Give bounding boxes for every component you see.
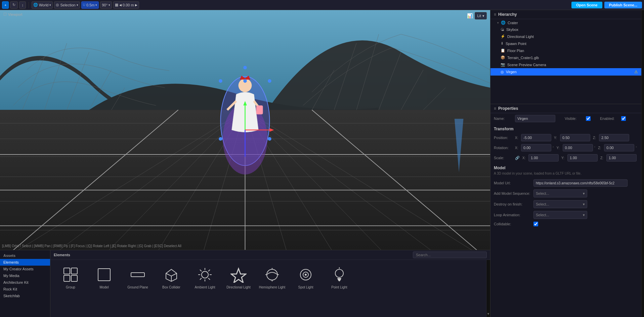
element-item-spot-light[interactable]: Spot Light — [289, 263, 323, 314]
right-scrollbar[interactable] — [641, 10, 644, 317]
scale-x-input[interactable] — [528, 154, 559, 162]
snap-select[interactable]: U 0.5m ▾ — [81, 1, 99, 9]
h-icon: 📷 — [501, 62, 505, 67]
assets-item-my-media[interactable]: My Media — [0, 272, 50, 279]
rot-y-input[interactable] — [563, 144, 593, 151]
svg-marker-69 — [231, 269, 246, 283]
svg-point-70 — [267, 269, 277, 280]
assets-item-architecture-kit[interactable]: Architecture Kit — [0, 279, 50, 286]
h-name: Skybox — [506, 28, 518, 32]
element-label: Ground Plane — [127, 285, 148, 289]
enabled-checkbox[interactable] — [621, 116, 626, 121]
hierarchy-item-virgen[interactable]: ◎Virgen⚠ — [490, 68, 641, 76]
scrollbar[interactable]: ▼ — [486, 260, 490, 317]
element-item-hemisphere-light[interactable]: Hemisphere Light — [255, 263, 289, 314]
model-sequence-row: Add Model Sequence: Select... ▾ — [494, 188, 638, 199]
snap-label: 0.5m — [86, 3, 94, 7]
scale-y-input[interactable] — [567, 154, 598, 162]
elements-top: Elements — [50, 250, 490, 260]
viewport-label: ☐ Viewport — [3, 12, 23, 16]
hierarchy-item-crater[interactable]: ▾🌐Crater — [490, 19, 641, 26]
world-select[interactable]: 🌐 World ▾ — [32, 1, 53, 9]
rot-z-input[interactable] — [604, 144, 634, 151]
element-label: Directional Light — [226, 285, 251, 289]
assets-header: Assets — [0, 252, 50, 259]
publish-scene-button[interactable]: Publish Scene... — [604, 2, 642, 8]
viewport-hints: [LMB] Orbit / Select | [MMB] Pan | [RMB]… — [2, 244, 181, 248]
h-name: Terrain_Crater1.glb — [507, 56, 539, 60]
arrow-icon: ◀ — [119, 3, 122, 7]
selection-chevron: ▾ — [77, 3, 78, 7]
element-item-model[interactable]: Model — [87, 263, 121, 314]
hierarchy-item-floor-plan[interactable]: 📋Floor Plan — [490, 47, 641, 54]
collidable-checkbox[interactable] — [533, 222, 538, 226]
element-item-group[interactable]: Group — [54, 263, 87, 314]
sort-button[interactable]: ↕ — [19, 1, 26, 9]
element-icon — [196, 266, 214, 283]
viewport[interactable]: ☐ Viewport 📊 Lit ▾ — [0, 10, 490, 250]
pos-y-input[interactable] — [560, 134, 590, 141]
rx-label: X: — [515, 146, 520, 150]
viewport-mode-label: Lit — [477, 14, 481, 18]
svg-rect-55 — [71, 268, 77, 274]
element-item-directional-light[interactable]: Directional Light — [222, 263, 255, 314]
model-destroy-select[interactable]: Select... ▾ — [533, 200, 587, 208]
assets-sidebar: Assets ElementsMy Creator AssetsMy Media… — [0, 250, 50, 317]
rotation-row: Rotation: X: ° Y: ° Z: ° — [490, 143, 641, 153]
element-icon — [129, 266, 146, 283]
selection-select[interactable]: ◎ Selection ▾ — [54, 1, 80, 9]
unit-label: m — [131, 3, 134, 7]
angle-select[interactable]: 90° ▾ — [100, 1, 112, 9]
rot-x-input[interactable] — [521, 144, 551, 151]
name-input[interactable] — [515, 115, 555, 122]
svg-point-53 — [243, 79, 247, 83]
visible-label: Visible: — [565, 117, 583, 121]
hierarchy-icon: ≡ — [494, 12, 496, 17]
enabled-label: Enabled: — [600, 117, 618, 121]
model-loop-select[interactable]: Select... ▾ — [533, 211, 587, 219]
hierarchy-item-skybox[interactable]: 🌤Skybox — [490, 26, 641, 33]
visible-checkbox[interactable] — [586, 116, 591, 121]
refresh-button[interactable]: ↻ — [10, 1, 18, 9]
scale-x-group: X: — [522, 154, 559, 162]
assets-item-elements[interactable]: Elements — [0, 259, 50, 266]
hierarchy-item-scene-preview-camera[interactable]: 📷Scene Preview Camera — [490, 61, 641, 68]
grid-select[interactable]: ▦ ◀ 0.00 m ▶ — [113, 1, 139, 9]
seq-chevron: ▾ — [583, 191, 585, 196]
elements-search-input[interactable] — [413, 252, 487, 258]
viewport-icon: ☐ — [3, 12, 7, 16]
assets-item-sketchfab[interactable]: Sketchfab — [0, 292, 50, 299]
element-label: Model — [99, 285, 109, 289]
add-button[interactable]: + — [2, 1, 9, 9]
bottom-panel: Assets ElementsMy Creator AssetsMy Media… — [0, 250, 490, 317]
angle-label: 90° — [102, 3, 108, 7]
hierarchy-item-directional-light[interactable]: ⚡Directional Light — [490, 33, 641, 40]
h-icon: 🌐 — [501, 20, 506, 25]
element-item-point-light[interactable]: Point Light — [323, 263, 356, 314]
open-scene-button[interactable]: Open Scene — [571, 2, 602, 8]
pos-x-input[interactable] — [521, 134, 551, 141]
svg-rect-58 — [98, 269, 110, 281]
sy-label: Y: — [561, 156, 566, 160]
scale-z-input[interactable] — [606, 154, 637, 162]
element-item-ambient-light[interactable]: Ambient Light — [188, 263, 222, 314]
model-url-input[interactable] — [533, 179, 628, 187]
model-sequence-select[interactable]: Select... ▾ — [533, 189, 587, 197]
viewport-mode-select[interactable]: Lit ▾ — [475, 12, 487, 19]
hierarchy-item-spawn-point[interactable]: ⬇Spawn Point — [490, 40, 641, 47]
scale-row: Scale: 🔗 X: Y: Z: — [490, 153, 641, 163]
assets-item-rock-kit[interactable]: Rock Kit — [0, 286, 50, 292]
element-label: Hemisphere Light — [259, 285, 285, 289]
element-item-box-collider[interactable]: Box Collider — [155, 263, 188, 314]
h-name: Scene Preview Camera — [507, 63, 546, 67]
hierarchy-item-terrain_crater1.glb[interactable]: 📦Terrain_Crater1.glb — [490, 54, 641, 61]
elements-panel: Elements Group Model Ground Plane Box Co… — [50, 250, 490, 317]
h-name: Crater — [508, 21, 518, 25]
assets-item-my-creator-assets[interactable]: My Creator Assets — [0, 266, 50, 272]
element-item-ground-plane[interactable]: Ground Plane — [121, 263, 155, 314]
elements-grid: Group Model Ground Plane Box Collider Am… — [50, 260, 486, 317]
snap-icon: U — [83, 3, 85, 7]
loop-placeholder: Select... — [536, 213, 549, 217]
sequence-placeholder: Select... — [536, 191, 549, 195]
pos-z-input[interactable] — [599, 134, 629, 141]
